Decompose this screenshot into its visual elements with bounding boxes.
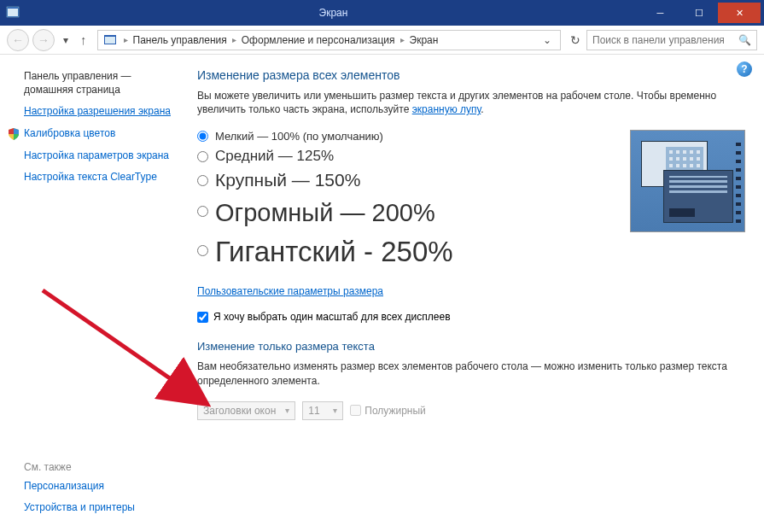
text-size-controls: Заголовки окон 11 Полужирный: [197, 401, 745, 420]
svg-rect-1: [8, 9, 18, 16]
scale-option-100[interactable]: Мелкий — 100% (по умолчанию): [197, 130, 621, 143]
sidebar-link-cleartype[interactable]: Настройка текста ClearType: [24, 171, 172, 184]
address-bar[interactable]: ▸ Панель управления ▸ Оформление и персо…: [97, 30, 562, 50]
magnifier-link[interactable]: экранную лупу: [412, 103, 481, 115]
display-illustration: [630, 130, 745, 232]
breadcrumb-item-2[interactable]: Экран: [406, 34, 442, 46]
scale-options: Мелкий — 100% (по умолчанию) Средний — 1…: [197, 130, 621, 273]
help-icon[interactable]: ?: [737, 61, 752, 77]
see-also-heading: См. также: [24, 461, 172, 473]
scale-option-125[interactable]: Средний — 125%: [197, 148, 621, 165]
search-icon: 🔍: [738, 34, 751, 46]
scale-option-150[interactable]: Крупный — 150%: [197, 170, 621, 190]
navbar: ← → ▾ ↑ ▸ Панель управления ▸ Оформление…: [0, 26, 764, 55]
search-box[interactable]: 🔍: [586, 30, 757, 50]
back-button[interactable]: ←: [7, 29, 29, 51]
custom-size-link[interactable]: Пользовательские параметры размера: [197, 285, 383, 297]
sidebar-link-resolution[interactable]: Настройка разрешения экрана: [24, 105, 172, 119]
single-scale-label: Я хочу выбрать один масштаб для всех дис…: [213, 311, 451, 323]
bold-checkbox-row: Полужирный: [350, 405, 426, 417]
sidebar-link-calibration[interactable]: Калибровка цветов: [24, 127, 172, 141]
main-heading: Изменение размера всех элементов: [197, 68, 745, 82]
search-input[interactable]: [592, 34, 738, 46]
sidebar-link-display-params[interactable]: Настройка параметров экрана: [24, 149, 172, 163]
close-button[interactable]: ✕: [718, 3, 761, 23]
refresh-button[interactable]: ↻: [564, 30, 586, 50]
breadcrumb-item-1[interactable]: Оформление и персонализация: [238, 34, 399, 46]
sidebar-home[interactable]: Панель управления — домашняя страница: [24, 70, 172, 96]
sidebar-also-personalization[interactable]: Персонализация: [24, 480, 172, 494]
svg-rect-3: [105, 37, 115, 44]
address-dropdown[interactable]: ⌄: [539, 34, 555, 46]
single-scale-checkbox-row[interactable]: Я хочу выбрать один масштаб для всех дис…: [197, 311, 745, 323]
maximize-button[interactable]: ☐: [679, 3, 718, 23]
main-panel: ? Изменение размера всех элементов Вы мо…: [184, 55, 764, 532]
system-menu-icon[interactable]: [0, 6, 26, 20]
crumb-sep: ▸: [230, 35, 238, 44]
up-button[interactable]: ↑: [73, 32, 94, 47]
minimize-button[interactable]: ─: [641, 3, 679, 23]
bold-checkbox: [350, 405, 361, 416]
shield-icon: [7, 127, 20, 141]
forward-button[interactable]: →: [32, 29, 55, 51]
breadcrumb-item-0[interactable]: Панель управления: [130, 34, 230, 46]
text-size-heading: Изменение только размера текста: [197, 340, 745, 353]
single-scale-checkbox[interactable]: [197, 312, 208, 323]
location-icon: [103, 33, 117, 47]
window-title: Экран: [26, 7, 641, 19]
sidebar-also-devices[interactable]: Устройства и принтеры: [24, 501, 172, 515]
element-select: Заголовки окон: [197, 401, 295, 420]
history-dropdown[interactable]: ▾: [58, 34, 73, 46]
titlebar: Экран ─ ☐ ✕: [0, 0, 764, 26]
scale-option-200[interactable]: Огромный — 200%: [197, 196, 621, 227]
crumb-sep: ▸: [399, 35, 406, 44]
scale-option-250[interactable]: Гигантский - 250%: [197, 232, 621, 268]
text-size-desc: Вам необязательно изменять размер всех э…: [197, 360, 745, 387]
fontsize-select: 11: [302, 401, 343, 420]
body: Панель управления — домашняя страница На…: [0, 55, 764, 532]
crumb-sep: ▸: [122, 35, 130, 44]
main-description: Вы можете увеличить или уменьшить размер…: [197, 89, 745, 116]
sidebar: Панель управления — домашняя страница На…: [0, 55, 184, 532]
